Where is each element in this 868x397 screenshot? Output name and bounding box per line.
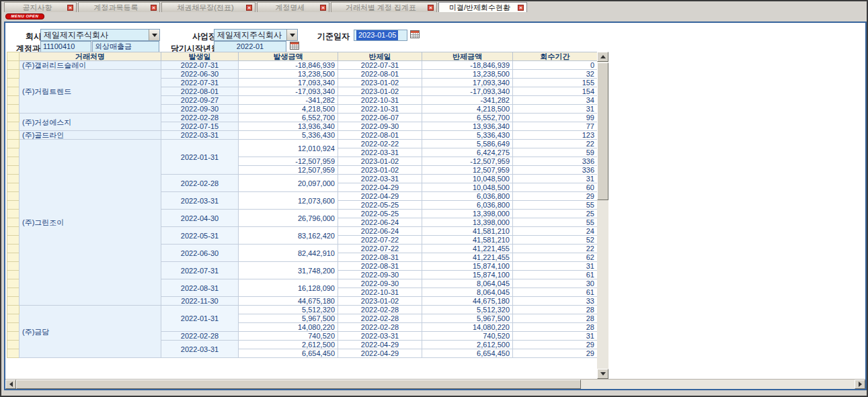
collection-days-cell[interactable]: 29 (513, 192, 598, 201)
collection-days-cell[interactable]: 31 (513, 332, 598, 341)
collection-days-cell[interactable]: 34 (513, 96, 598, 105)
customer-cell[interactable]: (주)그린조이 (19, 140, 161, 306)
settle-amount-cell[interactable]: 5,586,649 (422, 140, 513, 148)
occur-date-cell[interactable]: 2022-02-28 (161, 175, 239, 192)
occur-date-cell[interactable]: 2022-04-30 (161, 210, 239, 227)
settle-date-cell[interactable]: 2022-07-22 (338, 245, 422, 253)
occur-amount-cell[interactable]: 5,336,430 (239, 131, 338, 140)
settle-amount-cell[interactable]: 15,874,100 (422, 271, 513, 279)
settle-date-cell[interactable]: 2022-04-29 (338, 349, 422, 358)
row-selector-cell[interactable] (7, 262, 19, 271)
col-header-customer[interactable]: 거래처명 (19, 52, 161, 61)
customer-cell[interactable]: (주)갤러리드슬레이 (19, 61, 161, 70)
row-selector-cell[interactable] (7, 79, 19, 87)
occur-amount-cell[interactable]: 6,552,700 (239, 114, 338, 122)
settle-date-cell[interactable]: 2022-04-29 (338, 183, 422, 192)
settle-amount-cell[interactable]: 6,552,700 (422, 114, 513, 122)
settle-amount-cell[interactable]: 13,238,500 (422, 70, 513, 79)
settle-date-cell[interactable]: 2022-10-31 (338, 288, 422, 297)
row-selector-cell[interactable] (7, 218, 19, 227)
period-start-calendar-button[interactable] (289, 41, 300, 51)
settle-amount-cell[interactable]: 17,093,340 (422, 79, 513, 87)
collection-days-cell[interactable]: 22 (513, 245, 598, 253)
occur-date-cell[interactable]: 2022-07-15 (161, 122, 239, 131)
occur-date-cell[interactable]: 2022-03-31 (161, 341, 239, 358)
settle-amount-cell[interactable]: 8,064,045 (422, 288, 513, 297)
occur-amount-cell[interactable]: 12,010,924 (239, 140, 338, 157)
occur-amount-cell[interactable]: 13,238,500 (239, 70, 338, 79)
collection-days-cell[interactable]: 61 (513, 271, 598, 279)
settle-date-cell[interactable]: 2022-04-29 (338, 341, 422, 349)
collection-days-cell[interactable]: 29 (513, 341, 598, 349)
occur-date-cell[interactable]: 2022-09-30 (161, 105, 239, 114)
settle-amount-cell[interactable]: 10,048,500 (422, 183, 513, 192)
collection-days-cell[interactable]: 52 (513, 236, 598, 245)
col-header-occur-date[interactable]: 발생일 (161, 52, 239, 61)
tab-pending-settlement-status[interactable]: 미결/반제회수현황 × (438, 2, 527, 12)
occur-amount-cell[interactable]: 16,128,090 (239, 279, 338, 297)
settle-amount-cell[interactable]: -17,093,340 (422, 87, 513, 96)
base-date-input[interactable]: 2023-01-05 (354, 30, 407, 41)
row-selector-cell[interactable] (7, 96, 19, 105)
occur-date-cell[interactable]: 2022-05-31 (161, 227, 239, 245)
account-name-input[interactable]: 외상매출금 (92, 41, 159, 52)
row-selector-cell[interactable] (7, 314, 19, 323)
table-row[interactable]: (주)거림트렌드2022-06-3013,238,5002022-08-0113… (7, 70, 598, 79)
tab-notice[interactable]: 공지사항 × (4, 2, 77, 12)
row-selector-cell[interactable] (7, 166, 19, 175)
settle-date-cell[interactable]: 2023-01-02 (338, 297, 422, 306)
collection-days-cell[interactable]: 154 (513, 87, 598, 96)
settle-date-cell[interactable]: 2022-08-01 (338, 131, 422, 140)
row-selector-cell[interactable] (7, 70, 19, 79)
collection-days-cell[interactable]: 55 (513, 218, 598, 227)
occur-amount-cell[interactable]: 12,073,600 (239, 192, 338, 210)
row-selector-cell[interactable] (7, 227, 19, 236)
row-selector-cell[interactable] (7, 253, 19, 262)
col-header-occur-amount[interactable]: 발생금액 (239, 52, 338, 61)
chevron-down-icon[interactable] (149, 30, 159, 40)
settle-date-cell[interactable]: 2022-06-07 (338, 114, 422, 122)
settle-date-cell[interactable]: 2022-02-22 (338, 140, 422, 148)
row-selector-cell[interactable] (7, 105, 19, 114)
row-selector-cell[interactable] (7, 175, 19, 183)
occur-amount-cell[interactable]: -12,507,959 (239, 157, 338, 166)
settle-amount-cell[interactable]: -341,282 (422, 96, 513, 105)
chevron-down-icon[interactable] (286, 30, 297, 40)
collection-days-cell[interactable]: 0 (513, 61, 598, 70)
collection-days-cell[interactable]: 31 (513, 262, 598, 271)
company-select[interactable]: 제일제지주식회사 (40, 29, 160, 41)
row-selector-cell[interactable] (7, 341, 19, 349)
settle-date-cell[interactable]: 2022-02-28 (338, 323, 422, 332)
row-selector-cell[interactable] (7, 140, 19, 148)
col-header-settle-amount[interactable]: 반제금액 (422, 52, 513, 61)
row-selector-cell[interactable] (7, 288, 19, 297)
collection-days-cell[interactable]: 77 (513, 122, 598, 131)
occur-date-cell[interactable]: 2022-07-31 (161, 79, 239, 87)
collection-days-cell[interactable]: 31 (513, 105, 598, 114)
occur-amount-cell[interactable]: -18,846,939 (239, 61, 338, 70)
settle-amount-cell[interactable]: 5,967,500 (422, 314, 513, 323)
col-header-collection-days[interactable]: 회수기간 (513, 52, 598, 61)
settle-amount-cell[interactable]: -12,507,959 (422, 157, 513, 166)
row-selector-cell[interactable] (7, 245, 19, 253)
settle-date-cell[interactable]: 2022-03-31 (338, 148, 422, 157)
occur-amount-cell[interactable]: 82,442,910 (239, 245, 338, 262)
collection-days-cell[interactable]: 155 (513, 79, 598, 87)
settle-amount-cell[interactable]: -18,846,939 (422, 61, 513, 70)
occur-date-cell[interactable]: 2022-01-31 (161, 306, 239, 332)
collection-days-cell[interactable]: 29 (513, 349, 598, 358)
tab-customer-summary[interactable]: 거래처별 계정 집계표 × (331, 2, 437, 12)
row-selector-cell[interactable] (7, 87, 19, 96)
row-selector-cell[interactable] (7, 236, 19, 245)
settle-amount-cell[interactable]: 13,398,000 (422, 218, 513, 227)
collection-days-cell[interactable]: 60 (513, 183, 598, 192)
settle-amount-cell[interactable]: 41,581,210 (422, 227, 513, 236)
settle-amount-cell[interactable]: 6,036,800 (422, 192, 513, 201)
horizontal-scrollbar[interactable] (5, 379, 865, 389)
collection-days-cell[interactable]: 61 (513, 288, 598, 297)
row-selector-cell[interactable] (7, 183, 19, 192)
row-selector-cell[interactable] (7, 297, 19, 306)
row-selector-cell[interactable] (7, 210, 19, 218)
occur-amount-cell[interactable]: 5,967,500 (239, 314, 338, 323)
site-select[interactable]: 제일제지주식회사 (214, 29, 298, 41)
